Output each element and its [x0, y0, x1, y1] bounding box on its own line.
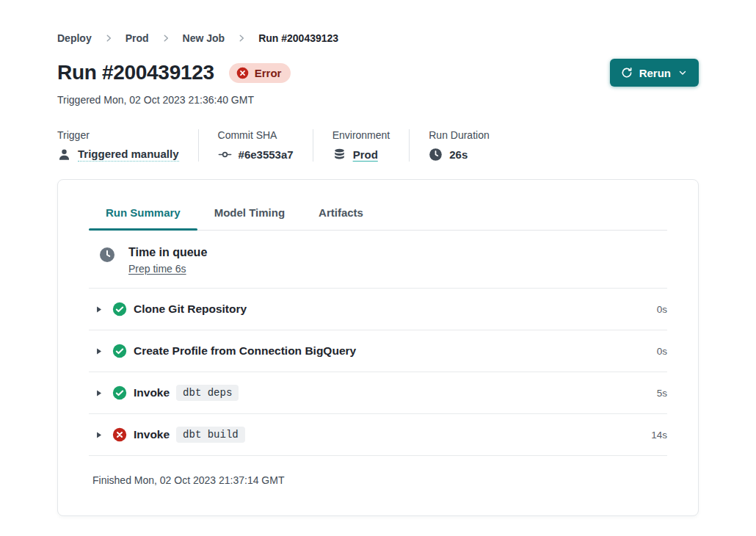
meta-environment-value[interactable]: Prod	[353, 148, 378, 161]
expand-caret-icon[interactable]	[94, 347, 103, 356]
step-row-dbt-deps[interactable]: Invoke dbt deps 5s	[89, 372, 667, 414]
run-detail-page: Deploy Prod New Job Run #200439123 Run #…	[0, 0, 756, 516]
meta-environment: Environment Prod	[313, 129, 410, 162]
step-label: Clone Git Repository	[134, 303, 247, 316]
meta-commit-value: #6e3553a7	[239, 148, 294, 161]
meta-commit-sha: Commit SHA #6e3553a7	[198, 129, 313, 162]
tab-model-timing[interactable]: Model Timing	[197, 199, 302, 230]
expand-caret-icon[interactable]	[94, 388, 103, 398]
tab-artifacts[interactable]: Artifacts	[302, 199, 380, 230]
chevron-right-icon	[103, 33, 114, 43]
breadcrumb-deploy[interactable]: Deploy	[57, 32, 92, 44]
chevron-right-icon	[236, 33, 247, 43]
meta-trigger-label: Trigger	[57, 129, 179, 141]
chevron-down-icon	[677, 68, 688, 78]
commit-icon	[218, 148, 232, 162]
meta-environment-label: Environment	[332, 129, 390, 141]
chevron-right-icon	[161, 33, 171, 43]
refresh-icon	[621, 67, 633, 79]
step-duration: 0s	[657, 346, 667, 357]
queue-clock-icon	[98, 246, 116, 264]
prep-time-link[interactable]: Prep time 6s	[128, 263, 186, 275]
database-icon	[332, 148, 346, 162]
meta-trigger-value[interactable]: Triggered manually	[78, 148, 179, 162]
breadcrumb-current-run: Run #200439123	[258, 32, 338, 44]
step-row-clone-git[interactable]: Clone Git Repository 0s	[89, 289, 667, 330]
time-in-queue-section: Time in queue Prep time 6s	[89, 231, 667, 289]
run-metadata: Trigger Triggered manually Commit SHA #6…	[57, 129, 699, 162]
meta-trigger: Trigger Triggered manually	[57, 129, 198, 162]
success-icon	[112, 302, 127, 316]
step-row-create-profile[interactable]: Create Profile from Connection BigQuery …	[89, 330, 667, 372]
page-title: Run #200439123	[57, 61, 214, 84]
breadcrumb: Deploy Prod New Job Run #200439123	[57, 32, 699, 44]
error-icon	[112, 427, 127, 442]
step-duration: 5s	[657, 388, 667, 399]
triggered-timestamp: Triggered Mon, 02 Oct 2023 21:36:40 GMT	[57, 94, 699, 106]
step-row-dbt-build[interactable]: Invoke dbt build 14s	[89, 414, 667, 456]
status-badge-label: Error	[255, 67, 282, 79]
page-header: Run #200439123 Error Rerun	[57, 59, 699, 87]
expand-caret-icon[interactable]	[94, 430, 103, 440]
rerun-button-label: Rerun	[639, 67, 671, 79]
step-label: Create Profile from Connection BigQuery	[134, 344, 356, 358]
step-duration: 0s	[657, 304, 667, 315]
meta-duration-value: 26s	[449, 148, 468, 161]
queue-title: Time in queue	[128, 246, 207, 259]
command-chip: dbt build	[176, 427, 245, 443]
tab-bar: Run Summary Model Timing Artifacts	[89, 199, 667, 231]
breadcrumb-new-job[interactable]: New Job	[183, 32, 225, 44]
meta-duration-label: Run Duration	[429, 129, 490, 141]
command-chip: dbt deps	[176, 385, 239, 401]
success-icon	[112, 344, 127, 358]
rerun-button[interactable]: Rerun	[610, 59, 699, 87]
meta-run-duration: Run Duration 26s	[409, 129, 509, 162]
person-icon	[57, 148, 71, 162]
error-circle-icon	[236, 67, 249, 79]
finished-timestamp: Finished Mon, 02 Oct 2023 21:37:14 GMT	[89, 456, 667, 502]
tab-run-summary[interactable]: Run Summary	[89, 199, 197, 230]
step-label: Invoke	[134, 386, 170, 399]
step-duration: 14s	[651, 430, 667, 441]
status-badge: Error	[229, 63, 291, 83]
success-icon	[112, 385, 127, 400]
meta-commit-label: Commit SHA	[218, 129, 294, 141]
step-label: Invoke	[134, 428, 170, 441]
expand-caret-icon[interactable]	[94, 305, 103, 314]
run-summary-card: Run Summary Model Timing Artifacts Time …	[57, 179, 699, 516]
breadcrumb-prod[interactable]: Prod	[126, 32, 149, 44]
clock-icon	[429, 148, 443, 162]
